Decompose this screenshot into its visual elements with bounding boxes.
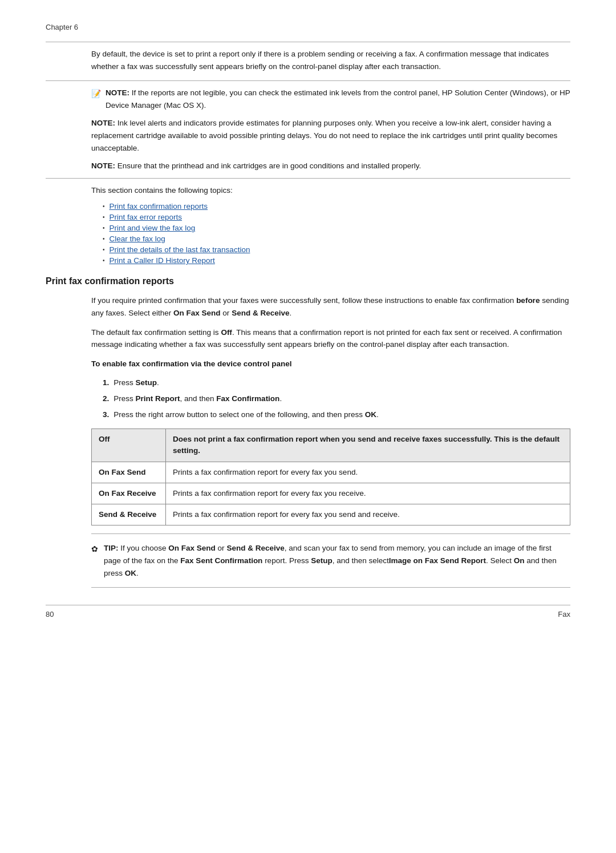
table-cell-option: On Fax Receive xyxy=(92,483,166,504)
subsection-heading: To enable fax confirmation via the devic… xyxy=(91,358,570,370)
page: Chapter 6 By default, the device is set … xyxy=(0,0,616,653)
table-cell-option: On Fax Send xyxy=(92,462,166,483)
divider-after-intro xyxy=(46,80,570,81)
bullet-icon: • xyxy=(103,257,105,264)
note2-prefix: NOTE: xyxy=(91,119,115,127)
step-num-1: 1. xyxy=(103,377,109,389)
topic-link-3[interactable]: Print and view the fax log xyxy=(110,224,196,232)
table-cell-desc: Prints a fax confirmation report for eve… xyxy=(166,483,570,504)
topic-link-4[interactable]: Clear the fax log xyxy=(110,235,165,243)
bullet-icon: • xyxy=(103,236,105,242)
note3-prefix: NOTE: xyxy=(91,161,115,170)
tip-prefix: TIP: xyxy=(104,544,119,552)
tip-text: If you choose On Fax Send or Send & Rece… xyxy=(104,544,557,577)
section-intro: This section contains the following topi… xyxy=(91,184,570,197)
note-block-3: NOTE: Ensure that the printhead and ink … xyxy=(91,160,570,172)
table-row: Send & Receive Prints a fax confirmation… xyxy=(92,504,570,525)
intro-paragraph: By default, the device is set to print a… xyxy=(91,48,570,72)
step-text-3: Press the right arrow button to select o… xyxy=(114,409,379,421)
step-text-1: Press Setup. xyxy=(114,377,159,389)
footer-section: Fax xyxy=(558,610,570,618)
note1-prefix: NOTE: xyxy=(106,88,129,97)
topic-link-5[interactable]: Print the details of the last fax transa… xyxy=(110,245,250,254)
bullet-icon: • xyxy=(103,225,105,231)
step-num-3: 3. xyxy=(103,409,109,421)
tip-icon: ✿ xyxy=(91,543,98,579)
section1-heading: Print fax confirmation reports xyxy=(46,276,570,286)
bullet-icon: • xyxy=(103,214,105,220)
topic-link-6[interactable]: Print a Caller ID History Report xyxy=(110,256,215,265)
list-item: • Print fax confirmation reports xyxy=(103,202,570,211)
step-2: 2. Press Print Report, and then Fax Conf… xyxy=(103,393,570,405)
note3-text: Ensure that the printhead and ink cartri… xyxy=(117,161,422,170)
table-cell-option: Send & Receive xyxy=(92,504,166,525)
footer: 80 Fax xyxy=(46,605,570,618)
note2-text: Ink level alerts and indicators provide … xyxy=(91,119,557,152)
bottom-divider xyxy=(91,587,570,588)
table-cell-desc: Prints a fax confirmation report for eve… xyxy=(166,504,570,525)
note1-text: If the reports are not legible, you can … xyxy=(106,88,570,110)
topics-list: • Print fax confirmation reports • Print… xyxy=(103,202,570,265)
divider-before-topics xyxy=(46,178,570,179)
note-block-1: 📝 NOTE: If the reports are not legible, … xyxy=(91,87,570,111)
bullet-icon: • xyxy=(103,246,105,253)
section1-para2: The default fax confirmation setting is … xyxy=(91,326,570,351)
tip-content: TIP: If you choose On Fax Send or Send &… xyxy=(104,542,570,579)
list-item: • Clear the fax log xyxy=(103,235,570,243)
steps-list: 1. Press Setup. 2. Press Print Report, a… xyxy=(103,377,570,421)
table-col-desc: Does not print a fax confirmation report… xyxy=(166,429,570,462)
step-text-2: Press Print Report, and then Fax Confirm… xyxy=(114,393,282,405)
step-num-2: 2. xyxy=(103,393,109,405)
top-divider xyxy=(46,42,570,42)
note-block-2: NOTE: Ink level alerts and indicators pr… xyxy=(91,117,570,154)
list-item: • Print and view the fax log xyxy=(103,224,570,232)
list-item: • Print the details of the last fax tran… xyxy=(103,245,570,254)
note-content-1: NOTE: If the reports are not legible, yo… xyxy=(106,87,570,111)
topic-link-1[interactable]: Print fax confirmation reports xyxy=(110,202,208,211)
step-3: 3. Press the right arrow button to selec… xyxy=(103,409,570,421)
note-icon-1: 📝 xyxy=(91,87,101,111)
list-item: • Print a Caller ID History Report xyxy=(103,256,570,265)
topic-link-2[interactable]: Print fax error reports xyxy=(110,213,183,221)
footer-page-number: 80 xyxy=(46,610,54,618)
table-row: On Fax Receive Prints a fax confirmation… xyxy=(92,483,570,504)
table-col-option: Off xyxy=(92,429,166,462)
tip-block: ✿ TIP: If you choose On Fax Send or Send… xyxy=(91,542,570,579)
bullet-icon: • xyxy=(103,203,105,209)
step-1: 1. Press Setup. xyxy=(103,377,570,389)
table-row: On Fax Send Prints a fax confirmation re… xyxy=(92,462,570,483)
divider-before-tip xyxy=(91,533,570,534)
chapter-label: Chapter 6 xyxy=(46,23,570,31)
list-item: • Print fax error reports xyxy=(103,213,570,221)
options-table: Off Does not print a fax confirmation re… xyxy=(91,428,570,525)
table-cell-desc: Prints a fax confirmation report for eve… xyxy=(166,462,570,483)
section1-body: If you require printed confirmation that… xyxy=(91,294,570,588)
section1-para1: If you require printed confirmation that… xyxy=(91,294,570,319)
